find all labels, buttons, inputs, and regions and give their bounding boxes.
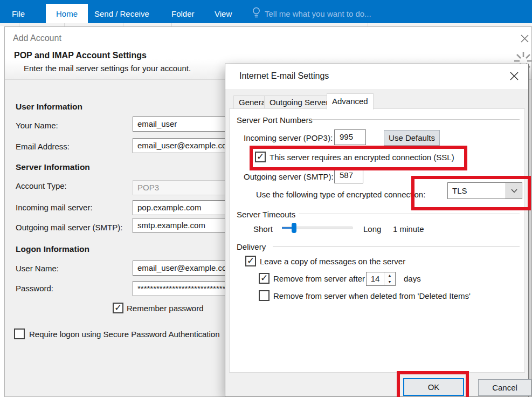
internet-email-settings-dialog: Internet E-mail Settings General Outgoin…: [225, 64, 529, 397]
lightbulb-icon: [251, 6, 261, 19]
group-line: [273, 246, 520, 247]
timeout-long-label: Long: [363, 224, 381, 234]
leave-copy-label: Leave a copy of messages on the server: [260, 257, 405, 266]
user-name-input[interactable]: email_user@example.com: [133, 261, 240, 276]
email-address-label: Email Address:: [16, 142, 70, 151]
remove-after-days-value: 14: [367, 272, 384, 285]
check-icon: ✓: [260, 272, 268, 284]
incoming-server-input[interactable]: pop.example.com: [133, 200, 240, 215]
require-spa-label: Require logon using Secure Password Auth…: [29, 330, 220, 339]
remember-password-label: Remember password: [127, 304, 204, 313]
ribbon-tab-send-receive[interactable]: Send / Receive: [94, 4, 149, 23]
outgoing-server-label: Outgoing mail server (SMTP):: [16, 223, 122, 232]
group-delivery: Delivery: [237, 242, 266, 251]
leave-copy-checkbox[interactable]: ✓: [245, 256, 256, 266]
account-type-label: Account Type:: [16, 181, 67, 190]
group-line: [312, 119, 520, 120]
password-input[interactable]: ****************************: [133, 281, 240, 296]
advanced-tab-page: Server Port Numbers Incoming server (POP…: [229, 108, 525, 373]
days-label: days: [404, 274, 421, 283]
remove-after-checkbox[interactable]: ✓: [259, 273, 270, 284]
password-label: Password:: [16, 284, 53, 293]
outgoing-smtp-port-input[interactable]: 587: [334, 168, 363, 183]
spinner-buttons: ▲ ▼: [384, 272, 395, 285]
section-user-information: User Information: [16, 102, 82, 112]
require-spa-checkbox[interactable]: [14, 328, 25, 339]
group-line: [299, 214, 520, 214]
ribbon-tab-view[interactable]: View: [215, 4, 232, 23]
pop-imap-subheading: Enter the mail server settings for your …: [24, 64, 191, 73]
tab-advanced[interactable]: Advanced: [327, 93, 374, 109]
ies-titlebar: Internet E-mail Settings: [225, 64, 528, 89]
ssl-checkbox-label: This server requires an encrypted connec…: [270, 153, 454, 162]
remember-password-checkbox[interactable]: ✓: [113, 303, 123, 313]
email-address-input[interactable]: email_user@example.com: [133, 138, 240, 153]
outgoing-server-input[interactable]: smtp.example.com: [133, 218, 240, 233]
encryption-type-dropdown[interactable]: TLS: [447, 182, 522, 199]
incoming-pop3-label: Incoming server (POP3):: [244, 133, 333, 142]
ribbon-tab-file[interactable]: File: [12, 4, 25, 23]
remove-after-days-spinner[interactable]: 14 ▲ ▼: [366, 272, 396, 286]
user-name-label: User Name:: [16, 264, 59, 273]
timeout-slider-thumb[interactable]: [292, 223, 296, 233]
tell-me-box[interactable]: Tell me what you want to do...: [265, 4, 371, 23]
close-icon[interactable]: [521, 35, 529, 43]
tab-outgoing-server[interactable]: Outgoing Server: [264, 95, 334, 109]
your-name-input[interactable]: email_user: [133, 117, 240, 132]
spin-up-icon[interactable]: ▲: [384, 272, 395, 279]
check-icon: ✓: [114, 302, 122, 313]
incoming-server-label: Incoming mail server:: [16, 203, 93, 212]
remove-deleted-label: Remove from server when deleted from 'De…: [273, 291, 471, 300]
section-logon-information: Logon Information: [16, 244, 89, 254]
pop-imap-heading: POP and IMAP Account Settings: [14, 51, 147, 60]
use-defaults-button[interactable]: Use Defaults: [384, 130, 440, 146]
ok-button[interactable]: OK: [403, 378, 464, 396]
encryption-type-label: Use the following type of encrypted conn…: [256, 190, 425, 199]
remove-deleted-checkbox[interactable]: [259, 290, 270, 301]
spin-down-icon[interactable]: ▼: [384, 279, 395, 285]
cancel-button[interactable]: Cancel: [478, 379, 531, 396]
ribbon-tab-folder[interactable]: Folder: [171, 4, 195, 23]
dropdown-button[interactable]: [506, 183, 522, 198]
your-name-label: Your Name:: [16, 121, 58, 130]
group-server-port-numbers: Server Port Numbers: [237, 115, 313, 125]
add-account-title: Add Account: [13, 33, 61, 43]
incoming-pop3-port-input[interactable]: 995: [334, 129, 366, 145]
timeout-value: 1 minute: [393, 224, 424, 234]
close-icon[interactable]: [510, 72, 519, 80]
account-type-input: POP3: [133, 180, 240, 195]
check-icon: ✓: [257, 151, 264, 162]
group-server-timeouts: Server Timeouts: [237, 210, 295, 219]
section-server-information: Server Information: [16, 162, 90, 172]
timeout-short-label: Short: [253, 224, 273, 234]
ssl-checkbox[interactable]: ✓: [255, 152, 266, 162]
remove-after-label: Remove from server after: [273, 274, 365, 283]
ies-title: Internet E-mail Settings: [239, 71, 329, 81]
encryption-type-value: TLS: [452, 186, 467, 195]
check-icon: ✓: [247, 255, 254, 266]
outgoing-smtp-label: Outgoing server (SMTP):: [244, 172, 334, 181]
